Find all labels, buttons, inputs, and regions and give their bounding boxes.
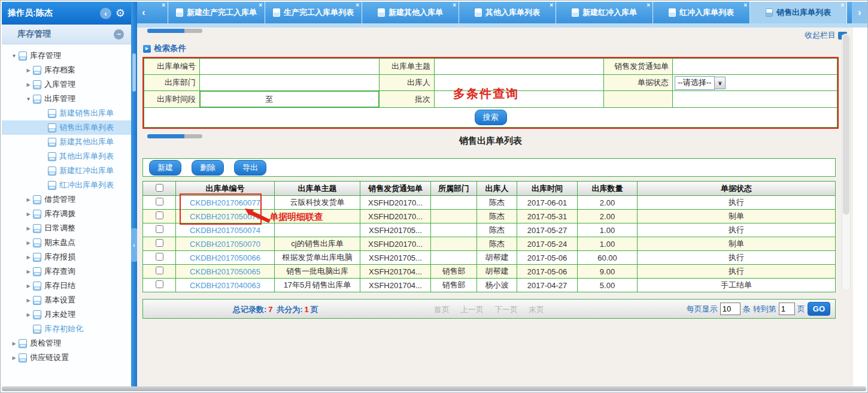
horizontal-scrollbar[interactable] [147,29,202,33]
tab-scroll-left-icon[interactable]: ‹ [137,2,150,23]
pager-next[interactable]: 下一页 [494,305,518,314]
collapse-columns-link[interactable]: 收起栏目 ▲ [805,30,847,41]
tree-item-new-sales-outbound[interactable]: 新建销售出库单 [2,106,131,120]
tab-scroll-right-icon[interactable]: › [852,2,867,23]
row-checkbox[interactable] [156,225,163,233]
tree-item-inventory-management[interactable]: ▼库存管理 [2,49,131,63]
tree-right-arrow-icon[interactable]: ▶ [25,197,32,202]
goto-page-input[interactable] [779,303,795,315]
tab-close-icon[interactable]: × [259,2,262,8]
tree-right-arrow-icon[interactable]: ▶ [25,283,32,289]
search-section-title[interactable]: ▶ 检索条件 [143,43,186,54]
tree-item-daily-adjustment[interactable]: ▶日常调整 [2,221,131,235]
tab-close-icon[interactable]: × [647,2,650,8]
cell: CKDBH2017040063 [176,279,275,292]
tab-close-icon[interactable]: × [356,2,359,8]
tree-right-arrow-icon[interactable]: ▶ [25,68,32,73]
sidebar-collapse-handle[interactable]: ‹ [131,228,137,262]
tree-right-arrow-icon[interactable]: ▶ [25,211,32,217]
order-no-link[interactable]: CKDBH2017050065 [190,267,260,276]
tree-down-arrow-icon[interactable]: ▼ [25,96,32,102]
tree-item-inventory-daily-close[interactable]: ▶库存日结 [2,279,131,293]
gear-icon[interactable]: ⚙ [116,8,125,19]
row-checkbox[interactable] [156,267,163,274]
vertical-scrollbar[interactable] [842,34,851,291]
tab-close-icon[interactable]: × [453,2,456,8]
tab-close-icon[interactable]: × [162,2,165,8]
tree-item-inventory-initialization[interactable]: 库存初始化 [2,322,131,336]
tab-close-icon[interactable]: × [550,2,553,8]
tree-item-other-outbound-list[interactable]: 其他出库单列表 [2,149,131,164]
tree-item-quality-management[interactable]: ▶质检管理 [2,336,131,350]
pager-last[interactable]: 末页 [529,305,544,314]
search-input-order-no[interactable] [201,61,370,72]
search-input-subject[interactable] [436,61,595,72]
order-no-link[interactable]: CKDBH2017050066 [190,253,260,262]
tree-item-supply-chain-settings[interactable]: ▶供应链设置 [2,350,131,365]
row-checkbox[interactable] [156,211,163,219]
search-select-status[interactable]: --请选择--∨ [675,76,726,90]
tree-right-arrow-icon[interactable]: ▶ [25,255,32,260]
tree-down-arrow-icon[interactable]: ▼ [10,53,18,59]
tree-right-arrow-icon[interactable]: ▶ [25,298,32,303]
tree-item-inventory-transfer[interactable]: ▶库存调拨 [2,207,131,221]
tree-item-sales-outbound-list[interactable]: 销售出库单列表 [2,120,131,135]
search-input-time-range-to[interactable] [277,93,336,105]
per-page-input[interactable] [720,303,740,315]
minus-icon[interactable]: − [114,29,124,40]
tab-close-icon[interactable]: × [743,2,747,8]
tab-new-other-inbound[interactable]: 新建其他入库单× [362,2,459,23]
row-checkbox[interactable] [156,239,163,247]
tab-sales-outbound-list[interactable]: 销售出库单列表× [750,2,847,23]
order-no-link[interactable]: CKDBH2017040063 [190,281,260,290]
vertical-scrollbar-thumb[interactable] [843,35,849,214]
cell-text: cj的销售出库单 [291,239,343,248]
tree-item-inventory-query[interactable]: ▶库存查询 [2,264,131,279]
tree-item-period-end-check[interactable]: ▶期末盘点 [2,235,131,250]
window-bottom-scrollbar[interactable] [2,386,866,391]
pager-first[interactable]: 首页 [434,305,450,314]
pager-prev[interactable]: 上一页 [460,305,484,314]
tree-right-arrow-icon[interactable]: ▶ [10,341,18,346]
search-input-notice-no[interactable] [674,61,828,72]
tree-right-arrow-icon[interactable]: ▶ [25,269,32,274]
order-no-link[interactable]: CKDBH2017050070 [190,240,260,249]
tab-hidden-tab[interactable]: × [150,2,168,23]
tree-item-new-other-outbound[interactable]: 新建其他出库单 [2,135,131,149]
row-checkbox[interactable] [156,253,163,261]
row-checkbox[interactable] [156,198,163,205]
tab-close-icon[interactable]: × [840,2,844,8]
search-button[interactable]: 搜索 [475,110,507,125]
tab-new-production-inbound[interactable]: 新建生产完工入库单× [168,2,265,23]
tree-item-borrow-management[interactable]: ▶借货管理 [2,192,131,207]
order-no-link[interactable]: CKDBH2017050074 [190,226,260,235]
search-input-time-range-from[interactable] [202,93,262,105]
row-checkbox[interactable] [156,280,163,288]
tab-other-inbound-list[interactable]: 其他入库单列表× [459,2,556,23]
tab-redflush-inbound-list[interactable]: 红冲入库单列表× [653,2,750,23]
tree-right-arrow-icon[interactable]: ▶ [25,226,32,231]
order-no-link[interactable]: CKDBH2017060077 [190,198,260,207]
delete-button[interactable]: 删除 [192,160,224,176]
new-button[interactable]: 新建 [149,160,181,176]
sidebar-scrollbar-thumb[interactable] [132,53,136,92]
tree-item-outbound-management[interactable]: ▼出库管理 [2,92,131,106]
tab-new-redflush-inbound[interactable]: 新建红冲入库单× [556,2,653,23]
tree-right-arrow-icon[interactable]: ▶ [25,312,32,318]
tree-item-inbound-management[interactable]: ▶入库管理 [2,77,131,92]
tree-item-month-end-processing[interactable]: ▶月末处理 [2,307,131,322]
tree-right-arrow-icon[interactable]: ▶ [25,82,32,87]
tree-item-redflush-outbound-list[interactable]: 红冲出库单列表 [2,178,131,192]
export-button[interactable]: 导出 [234,160,266,176]
tree-item-basic-settings[interactable]: ▶基本设置 [2,293,131,307]
tree-right-arrow-icon[interactable]: ▶ [10,355,18,361]
search-input-dept[interactable] [201,77,370,89]
tree-right-arrow-icon[interactable]: ▶ [25,240,32,246]
go-button[interactable]: GO [808,302,830,316]
tree-item-inventory-archive[interactable]: ▶库存档案 [2,63,131,77]
tree-item-new-redflush-outbound[interactable]: 新建红冲出库单 [2,164,131,178]
select-all-checkbox[interactable] [156,184,163,192]
back-icon[interactable]: ‹ [100,8,111,19]
tab-production-inbound-list[interactable]: 生产完工入库单列表× [265,2,362,23]
tree-item-inventory-loss[interactable]: ▶库存报损 [2,250,131,264]
